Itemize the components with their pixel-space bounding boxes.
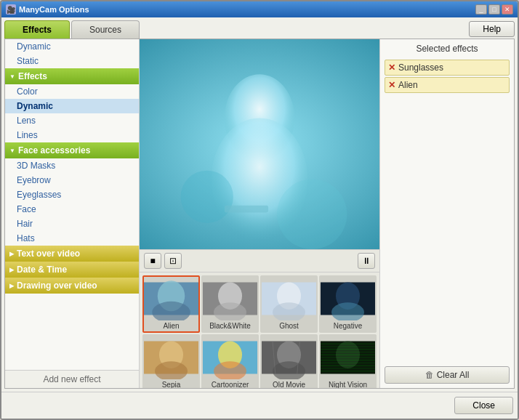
sidebar-item-lens[interactable]: Lens	[5, 113, 139, 128]
window-icon: 🎥	[6, 4, 16, 15]
effect-nightvision[interactable]: Night Vision	[319, 334, 377, 388]
sidebar-item-color[interactable]: Color	[5, 84, 139, 99]
effect-ghost[interactable]: Ghost	[260, 275, 318, 333]
clear-all-label: Clear All	[437, 370, 470, 380]
main-window: 🎥 ManyCam Options _ □ ✕ Effects Sources …	[0, 0, 519, 420]
trash-icon: 🗑	[425, 370, 434, 380]
tab-sources[interactable]: Sources	[71, 20, 140, 39]
sidebar: Dynamic Static ▼ Effects Color Dynamic L…	[5, 39, 140, 388]
sidebar-item-eyeglasses[interactable]: Eyeglasses	[5, 187, 139, 202]
close-button[interactable]: Close	[454, 397, 513, 414]
effects-grid-container[interactable]: Alien Black&White	[140, 272, 379, 388]
alien-selected-label: Alien	[398, 80, 506, 90]
nightvision-thumb	[321, 336, 375, 379]
add-new-effect-button[interactable]: Add new effect	[5, 370, 139, 388]
effects-section-label: Effects	[18, 71, 47, 81]
sidebar-item-hats[interactable]: Hats	[5, 231, 139, 246]
face-collapse-arrow: ▼	[9, 148, 15, 154]
effect-cartoonizer[interactable]: Cartoonizer	[201, 334, 259, 388]
close-window-button[interactable]: ✕	[502, 4, 513, 15]
pause-icon: ⏸	[362, 256, 371, 266]
selected-effect-alien[interactable]: ✕ Alien	[385, 77, 510, 93]
effect-sepia[interactable]: Sepia	[142, 334, 200, 388]
selected-effect-sunglasses[interactable]: ✕ Sunglasses	[385, 60, 510, 76]
cartoonizer-thumb	[203, 336, 257, 379]
alien-label: Alien	[163, 320, 179, 331]
effect-bw[interactable]: Black&White	[201, 275, 259, 333]
effect-negative[interactable]: Negative	[319, 275, 377, 333]
datetime-collapse-arrow: ▶	[9, 267, 14, 273]
video-svg	[140, 39, 379, 249]
svg-point-3	[181, 171, 233, 223]
datetime-section-label: Date & Time	[17, 264, 67, 275]
minimize-button[interactable]: _	[475, 4, 487, 15]
sidebar-item-eyebrow[interactable]: Eyebrow	[5, 173, 139, 187]
video-preview	[140, 39, 379, 249]
ghost-label: Ghost	[279, 320, 299, 331]
effect-alien[interactable]: Alien	[142, 275, 200, 333]
negative-thumb	[321, 277, 375, 320]
tab-effects[interactable]: Effects	[4, 20, 70, 39]
right-panel: Selected effects ✕ Sunglasses ✕ Alien 🗑 …	[379, 39, 514, 388]
ghost-thumb	[262, 277, 316, 320]
negative-label: Negative	[334, 320, 362, 331]
remove-alien-button[interactable]: ✕	[388, 80, 395, 90]
drawing-section-label: Drawing over video	[17, 280, 97, 291]
svg-rect-5	[225, 206, 268, 213]
face-section-label: Face accessories	[18, 145, 90, 156]
window-title: ManyCam Options	[19, 5, 472, 14]
display-button[interactable]: ⊡	[164, 253, 182, 269]
sidebar-item-hair[interactable]: Hair	[5, 217, 139, 231]
text-collapse-arrow: ▶	[9, 251, 14, 257]
text-section-label: Text over video	[17, 249, 80, 259]
sepia-thumb	[144, 336, 198, 379]
maximize-button[interactable]: □	[488, 4, 500, 15]
effect-oldmovie[interactable]: Old Movie	[260, 334, 318, 388]
sepia-label: Sepia	[162, 379, 181, 388]
window-controls: _ □ ✕	[475, 4, 513, 15]
video-feed	[140, 39, 379, 249]
clear-all-button[interactable]: 🗑 Clear All	[385, 366, 510, 384]
pause-button[interactable]: ⏸	[358, 253, 375, 269]
effects-grid: Alien Black&White	[140, 272, 379, 388]
oldmovie-thumb	[262, 336, 316, 379]
sidebar-scroll[interactable]: Dynamic Static ▼ Effects Color Dynamic L…	[5, 39, 139, 370]
sidebar-section-face[interactable]: ▼ Face accessories	[5, 142, 139, 158]
drawing-collapse-arrow: ▶	[9, 283, 14, 289]
tabs-row: Effects Sources Help	[4, 20, 515, 39]
sidebar-item-face[interactable]: Face	[5, 202, 139, 217]
nightvision-label: Night Vision	[329, 379, 367, 388]
bottom-bar: Close	[1, 392, 518, 419]
effects-collapse-arrow: ▼	[9, 73, 15, 80]
main-panel: Dynamic Static ▼ Effects Color Dynamic L…	[4, 39, 515, 389]
display-icon: ⊡	[169, 256, 177, 266]
sidebar-item-dynamic[interactable]: Dynamic	[5, 99, 139, 113]
sidebar-item-lines[interactable]: Lines	[5, 128, 139, 142]
selected-effects-list: ✕ Sunglasses ✕ Alien	[385, 60, 510, 209]
sidebar-item-3dmasks[interactable]: 3D Masks	[5, 158, 139, 173]
cartoonizer-label: Cartoonizer	[212, 379, 249, 388]
sidebar-section-drawing[interactable]: ▶ Drawing over video	[5, 278, 139, 294]
oldmovie-label: Old Movie	[273, 379, 305, 388]
center-area: ■ ⊡ ⏸	[140, 39, 379, 388]
sidebar-section-text[interactable]: ▶ Text over video	[5, 246, 139, 262]
bw-thumb	[203, 277, 257, 320]
content-area: Effects Sources Help Dynamic Static ▼ Ef…	[1, 17, 518, 392]
sidebar-section-datetime[interactable]: ▶ Date & Time	[5, 262, 139, 278]
sidebar-item-static[interactable]: Static	[5, 54, 139, 68]
title-bar: 🎥 ManyCam Options _ □ ✕	[1, 1, 518, 17]
stop-icon: ■	[150, 256, 155, 266]
bw-label: Black&White	[209, 320, 251, 331]
selected-effects-title: Selected effects	[385, 44, 510, 55]
tabs: Effects Sources	[4, 20, 140, 39]
help-button[interactable]: Help	[469, 21, 515, 37]
alien-thumb	[144, 277, 198, 320]
stop-button[interactable]: ■	[144, 253, 161, 269]
video-controls-bar: ■ ⊡ ⏸	[140, 249, 379, 272]
sidebar-item-dynamic-top[interactable]: Dynamic	[5, 39, 139, 54]
remove-sunglasses-button[interactable]: ✕	[388, 62, 395, 73]
svg-point-4	[277, 179, 347, 249]
sidebar-section-effects[interactable]: ▼ Effects	[5, 68, 139, 84]
sunglasses-label: Sunglasses	[398, 62, 506, 73]
